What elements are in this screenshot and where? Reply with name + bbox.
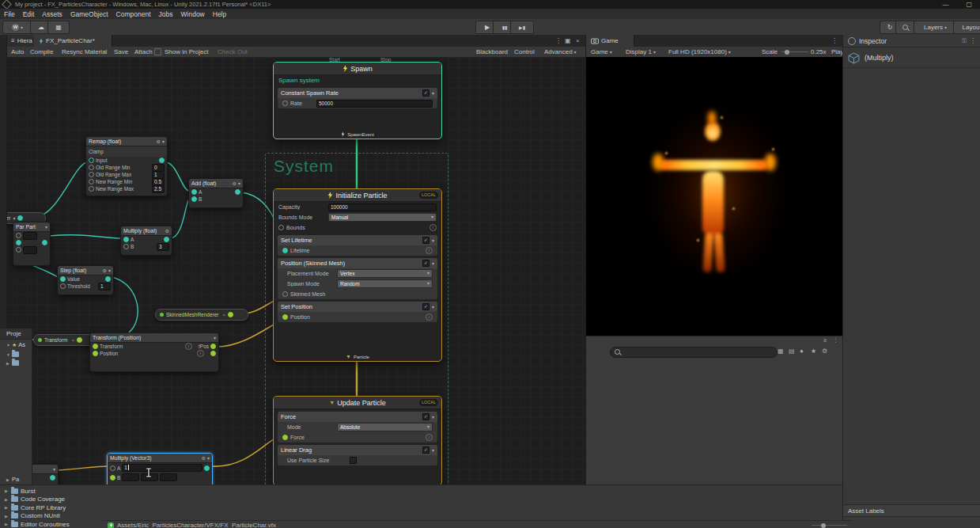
collapse-chevron-icon[interactable]: ▾ xyxy=(207,455,210,461)
block-enabled-checkbox[interactable]: ✓ xyxy=(422,260,429,267)
linear-drag-block[interactable]: Linear Drag ✓▾ Use Particle Size xyxy=(278,445,437,465)
gear-icon[interactable]: ⚙ xyxy=(202,455,206,461)
multiply-float-node[interactable]: Multiply (float)⚙ A B3 xyxy=(120,226,172,256)
panel-menu-icon[interactable]: ⋮ xyxy=(970,37,976,44)
use-particle-size-checkbox[interactable] xyxy=(350,457,357,464)
vfx-graph-canvas[interactable]: System Start Sto xyxy=(6,57,585,484)
position-skinned-mesh-block[interactable]: Position (Skinned Mesh) ✓▾ Placement Mod… xyxy=(278,258,437,299)
constant-spawn-rate-block[interactable]: Constant Spawn Rate ✓▾ Rate50000 xyxy=(278,88,437,108)
output-port[interactable] xyxy=(210,351,216,356)
grid-view-icon[interactable]: ▦ xyxy=(778,348,784,355)
force-port[interactable] xyxy=(282,435,288,440)
menu-window[interactable]: Window xyxy=(177,10,209,18)
output-port[interactable] xyxy=(235,189,240,195)
initialize-particle-node[interactable]: Initialize Particle LOCAL Capacity100000… xyxy=(273,188,442,362)
force-mode-dropdown[interactable]: Absolute▾ xyxy=(337,423,433,431)
lock-icon[interactable]: ⚿ xyxy=(962,37,967,45)
block-enabled-checkbox[interactable]: ✓ xyxy=(422,303,429,310)
game-viewport[interactable] xyxy=(586,57,843,336)
port[interactable] xyxy=(89,179,94,184)
favorites-star-icon[interactable]: ★ xyxy=(811,348,816,355)
panel-close-icon[interactable]: × xyxy=(576,37,580,44)
filter-dot-icon[interactable]: ● xyxy=(800,348,804,355)
project-packages-row[interactable]: ▶Pa xyxy=(0,474,21,484)
port[interactable] xyxy=(16,240,21,245)
resolution-dropdown[interactable]: Full HD (1920x1080)▾ xyxy=(665,47,734,56)
menu-file[interactable]: File xyxy=(0,10,19,18)
display-dropdown[interactable]: Display 1▾ xyxy=(622,47,659,56)
project-tree-item[interactable]: ▶Burst xyxy=(0,487,842,496)
add-float-node[interactable]: Add (float)⚙▾ A B xyxy=(188,178,244,208)
menu-assets[interactable]: Assets xyxy=(38,10,66,18)
input-port[interactable] xyxy=(89,158,94,163)
port[interactable] xyxy=(16,233,21,238)
output-port[interactable] xyxy=(164,237,169,242)
collapse-chevron-icon[interactable]: ▾ xyxy=(432,447,434,453)
transform-position-node[interactable]: Transform (Position)▾ Transformi tPos Po… xyxy=(89,332,219,372)
tab-vfx-graph[interactable]: FX_ParticleChar* xyxy=(34,35,112,47)
collapse-chevron-icon[interactable]: ▾ xyxy=(214,335,216,340)
vfx-blackboard-toggle[interactable]: Blackboard xyxy=(473,47,511,56)
vfx-save-button[interactable]: Save xyxy=(111,47,131,56)
update-particle-node[interactable]: ▼Update Particle LOCAL Force ✓▾ Mode Abs… xyxy=(273,396,442,484)
asset-labels-bar[interactable]: Asset Labels xyxy=(843,504,980,517)
vfx-advanced-dropdown[interactable]: Advanced▾ xyxy=(541,47,580,56)
remap-float-node[interactable]: Remap (float)⚙▾ Clamp Input Old Range Mi… xyxy=(85,136,168,196)
spawn-context-node[interactable]: Spawn Spawn system Constant Spawn Rate ✓… xyxy=(273,62,442,139)
menu-edit[interactable]: Edit xyxy=(19,10,39,18)
game-mode-dropdown[interactable]: Game▾ xyxy=(588,47,615,56)
input-port[interactable] xyxy=(191,189,197,195)
close-icon[interactable]: × xyxy=(222,313,225,317)
port[interactable] xyxy=(89,165,94,170)
vfx-checkout-button[interactable]: Check Out xyxy=(214,47,251,56)
scale-slider[interactable] xyxy=(778,47,812,56)
project-search-input[interactable] xyxy=(610,347,778,358)
collapse-chevron-icon[interactable]: ▾ xyxy=(238,180,240,186)
block-enabled-checkbox[interactable]: ✓ xyxy=(422,413,429,420)
rate-value-field[interactable]: 50000 xyxy=(316,100,433,108)
input-port[interactable] xyxy=(60,276,66,282)
bounds-port[interactable] xyxy=(278,225,284,230)
skinnedmeshrenderer-pill[interactable]: SkinnedMeshRenderer × xyxy=(155,309,248,321)
layers-dropdown[interactable]: Layers▾ xyxy=(914,21,957,34)
spawn-mode-dropdown[interactable]: Random▾ xyxy=(337,279,433,288)
vfx-attach-button[interactable]: Attach xyxy=(131,47,165,56)
wire-par-multiply[interactable] xyxy=(49,235,121,238)
input-port[interactable] xyxy=(123,244,129,249)
collapse-chevron-icon[interactable]: ▾ xyxy=(432,90,434,96)
output-port[interactable] xyxy=(228,312,233,317)
tab-game[interactable]: Game xyxy=(586,35,634,47)
force-block[interactable]: Force ✓▾ Mode Absolute▾ Forcei xyxy=(278,412,437,443)
collapse-chevron-icon[interactable]: ▾ xyxy=(432,304,434,310)
scale-slider-handle[interactable] xyxy=(785,50,789,55)
input-port[interactable] xyxy=(123,237,129,242)
partial-node-par[interactable]: Par Part▾ xyxy=(13,222,51,266)
vector-x-field[interactable] xyxy=(122,473,139,481)
gear-icon[interactable]: ⚙ xyxy=(157,139,161,144)
step-float-node[interactable]: Step (float)⚙▾ Value Threshold1 xyxy=(57,265,114,295)
collapse-chevron-icon[interactable]: ▾ xyxy=(108,268,111,273)
wire-gear-multiply[interactable] xyxy=(57,466,108,470)
vector-x-field[interactable]: 1 xyxy=(122,464,202,472)
block-enabled-checkbox[interactable]: ✓ xyxy=(422,237,429,244)
project-folder-row[interactable]: ▶ xyxy=(0,359,32,367)
collapse-chevron-icon[interactable]: ▾ xyxy=(432,414,434,420)
port[interactable] xyxy=(16,247,21,253)
panel-menu-icon[interactable]: ⋮ xyxy=(555,37,562,44)
input-port[interactable] xyxy=(93,344,98,349)
gear-icon[interactable]: ⚙ xyxy=(103,268,107,273)
vfx-resync-button[interactable]: Resync Material xyxy=(59,47,110,56)
project-tree-item[interactable]: ▶Custom NUnit xyxy=(0,512,842,521)
tab-project[interactable]: Proje xyxy=(0,329,32,340)
settings-gear-icon[interactable]: ⚙ xyxy=(822,348,827,355)
rate-port[interactable] xyxy=(282,101,288,106)
block-enabled-checkbox[interactable]: ✓ xyxy=(422,446,429,454)
thumbnail-size-slider[interactable] xyxy=(812,525,847,526)
multiply-vector3-node[interactable]: Multiply (Vector3)⚙▾ A 1 B xyxy=(107,453,213,484)
spawnevent-output-port[interactable]: SpawnEvent xyxy=(274,131,441,137)
input-port[interactable] xyxy=(110,465,115,471)
spawn-node-header[interactable]: Spawn xyxy=(274,63,441,75)
collapse-chevron-icon[interactable]: ▾ xyxy=(53,466,55,472)
vfx-compile-button[interactable]: Compile xyxy=(27,47,56,56)
gear-icon[interactable]: ⚙ xyxy=(165,228,169,234)
